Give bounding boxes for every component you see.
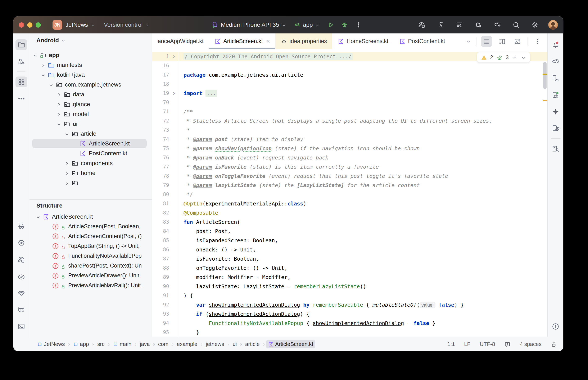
tree-row-ArticleScreen.kt[interactable]: ArticleScreen.kt	[29, 139, 152, 148]
structure-item[interactable]: fPreviewArticleNavRail(): Unit	[29, 281, 152, 290]
editor-tab-idea.properties[interactable]: idea.properties	[275, 34, 332, 49]
caret-position[interactable]: 1:1	[447, 341, 455, 347]
warning-stripe-mark[interactable]	[543, 100, 547, 101]
code-line-76[interactable]: 76 * @param onBack (event) request navig…	[152, 153, 547, 162]
tree-row-data[interactable]: data	[29, 90, 152, 99]
editor-tab-PostContent.kt[interactable]: PostContent.kt	[394, 34, 450, 49]
resource-manager-tool-button[interactable]	[16, 56, 27, 67]
more-horizontal-tool-button[interactable]	[16, 93, 27, 104]
build-hammer-tool-button[interactable]	[16, 254, 27, 265]
code-line-91[interactable]: 91) {	[152, 291, 547, 300]
terminal-tool-button[interactable]	[16, 321, 27, 332]
tree-row-kotlin+java[interactable]: kotlin+java	[29, 70, 152, 80]
incognito-tool-button[interactable]	[16, 221, 27, 232]
code-line-79[interactable]: 79 * @param lazyListState (state) the [L…	[152, 181, 547, 190]
breadcrumb-item-main[interactable]: main	[111, 340, 134, 348]
breadcrumb-item-jetnews[interactable]: jetnews	[203, 340, 226, 348]
split-view-button[interactable]	[497, 36, 507, 47]
structure-item[interactable]: fsharePost(Post, Context): Un	[29, 261, 152, 271]
code-line-17[interactable]: 17package com.example.jetnews.ui.article	[152, 70, 547, 79]
user-avatar[interactable]	[548, 20, 558, 30]
fold-marker-icon[interactable]: ›	[169, 52, 179, 61]
editor-tab-ArticleScreen.kt[interactable]: ArticleScreen.kt×	[209, 34, 275, 49]
code-line-95[interactable]: 95 }	[152, 328, 547, 337]
tree-row-partial[interactable]	[29, 178, 152, 188]
run-hexagon-tool-button[interactable]	[16, 237, 27, 248]
gradle-sync-button[interactable]	[492, 19, 503, 30]
tree-row-app[interactable]: app	[29, 50, 152, 60]
code-view-button[interactable]	[481, 36, 492, 47]
device-explorer-tool-button[interactable]	[550, 143, 561, 154]
code-line-77[interactable]: 77 * @param isFavorite (state) is this i…	[152, 162, 547, 171]
attach-debugger-button[interactable]	[473, 19, 484, 30]
indent-setting[interactable]: 4 spaces	[520, 341, 542, 347]
code-line-90[interactable]: 90 lazyListState: LazyListState = rememb…	[152, 282, 547, 291]
structure-item[interactable]: fTopAppBar(String, () -> Unit,	[29, 241, 152, 251]
code-line-75[interactable]: 75 * @param showNavigationIcon (state) i…	[152, 144, 547, 153]
tree-row-manifests[interactable]: manifests	[29, 60, 152, 70]
code-line-82[interactable]: 82@Composable	[152, 208, 547, 217]
structure-tool-button[interactable]	[16, 76, 27, 87]
breadcrumb-item-example[interactable]: example	[175, 340, 200, 348]
code-line-74[interactable]: 74 * @param post (state) item to display	[152, 135, 547, 144]
logcat-cat-tool-button[interactable]	[16, 304, 27, 315]
fold-marker-icon[interactable]: ›	[169, 89, 179, 98]
minimize-window-button[interactable]	[27, 22, 32, 28]
zoom-window-button[interactable]	[36, 22, 41, 28]
code-line-93[interactable]: 93 if (showUnimplementedActionDialog) {	[152, 309, 547, 319]
project-folder-tool-button[interactable]	[16, 39, 27, 50]
code-line-88[interactable]: 88 onToggleFavorite: () -> Unit,	[152, 263, 547, 273]
device-selector[interactable]: Medium Phone API 35	[211, 21, 287, 29]
file-encoding[interactable]: UTF-8	[480, 341, 495, 347]
project-menu[interactable]: JetNews	[65, 21, 95, 28]
close-window-button[interactable]	[19, 22, 24, 28]
design-view-button[interactable]	[512, 36, 523, 47]
debug-button[interactable]	[339, 19, 350, 30]
tree-row-ui[interactable]: ui	[29, 119, 152, 129]
more-actions-button[interactable]	[353, 19, 364, 30]
structure-panel-header[interactable]: Structure	[29, 200, 152, 212]
tree-row-model[interactable]: model	[29, 109, 152, 119]
breadcrumb-item-java[interactable]: java	[138, 340, 152, 348]
structure-item[interactable]: fArticleScreenContent(Post, ()	[29, 231, 152, 241]
tree-row-com.example.jetnews[interactable]: com.example.jetnews	[29, 80, 152, 90]
notifications-bell-tool-button[interactable]	[550, 39, 561, 50]
editor-tab-HomeScreens.kt[interactable]: HomeScreens.kt	[332, 34, 394, 49]
structure-item[interactable]: fArticleScreen(Post, Boolean,	[29, 222, 152, 231]
code-line-71[interactable]: 71/**	[152, 107, 547, 116]
profile-lines-button[interactable]	[454, 19, 465, 30]
code-line-94[interactable]: 94 FunctionalityNotAvailablePopup { show…	[152, 319, 547, 328]
breadcrumb-item-src[interactable]: src	[95, 340, 107, 348]
gemini-sparkle-tool-button[interactable]	[550, 106, 561, 117]
breadcrumb-item-article[interactable]: article	[243, 340, 262, 348]
code-line-80[interactable]: 80 */	[152, 190, 547, 199]
code-line-83[interactable]: 83fun ArticleScreen(	[152, 217, 547, 227]
structure-item[interactable]: fPreviewArticleDrawer(): Unit	[29, 271, 152, 281]
profiler-gauge-tool-button[interactable]	[16, 271, 27, 282]
warning-stripe-mark[interactable]	[543, 74, 547, 75]
problems-tool-button[interactable]	[550, 321, 561, 332]
gradle-elephant-tool-button[interactable]	[550, 56, 561, 67]
run-button[interactable]	[325, 19, 336, 30]
file-writable-button[interactable]	[551, 341, 557, 347]
device-manager-tool-button[interactable]	[550, 73, 561, 84]
tree-row-article[interactable]: article	[29, 129, 152, 139]
editor-scrollbar[interactable]	[543, 62, 547, 89]
breadcrumb-item-ui[interactable]: ui	[230, 340, 239, 348]
project-view-selector[interactable]: Android	[29, 34, 152, 47]
code-line-78[interactable]: 78 * @param onToggleFavorite (event) req…	[152, 171, 547, 181]
search-button[interactable]	[510, 19, 522, 30]
tree-row-components[interactable]: components	[29, 158, 152, 168]
inspections-widget[interactable]: 2 3	[477, 52, 530, 63]
breadcrumb-item-app[interactable]: app	[71, 340, 91, 348]
code-editor[interactable]: 1›/ Copyright 2020 The Android Open Sour…	[152, 49, 547, 337]
tree-row-glance[interactable]: glance	[29, 99, 152, 109]
editor-tab-anceAppWidget.kt[interactable]: anceAppWidget.kt	[152, 34, 209, 49]
tab-list-dropdown[interactable]	[465, 38, 472, 45]
device-mirroring-tool-button[interactable]	[550, 123, 561, 134]
vcs-menu[interactable]: Version control	[104, 21, 150, 28]
code-line-72[interactable]: 72 * Stateless Article Screen that displ…	[152, 116, 547, 125]
run-config-selector[interactable]: app	[293, 21, 320, 29]
build-hammer-button[interactable]	[416, 19, 427, 30]
structure-file-row[interactable]: ArticleScreen.kt	[29, 212, 152, 222]
